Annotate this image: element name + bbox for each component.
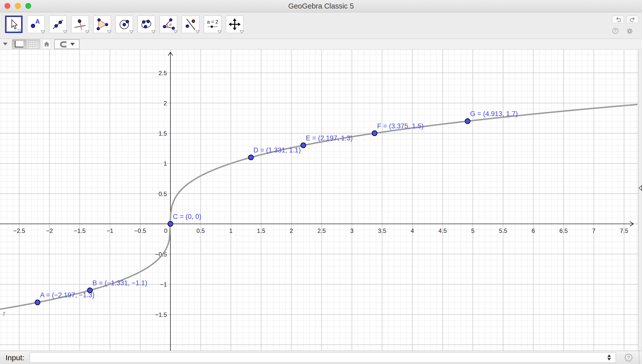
svg-text:2: 2 — [164, 100, 167, 107]
grid-major — [0, 50, 638, 351]
svg-text:5.5: 5.5 — [499, 227, 507, 234]
svg-text:−1: −1 — [160, 281, 167, 288]
undo-icon — [615, 16, 621, 22]
titlebar: GeoGebra Classic 5 — [0, 0, 642, 12]
svg-text:2.5: 2.5 — [159, 70, 167, 76]
tool-dropdown-arrow[interactable] — [18, 29, 22, 32]
svg-text:−1.5: −1.5 — [155, 311, 167, 318]
gear-glyph — [626, 28, 633, 34]
svg-text:4: 4 — [411, 227, 414, 234]
perpendicular-line-tool-button[interactable] — [71, 16, 89, 33]
ellipse-tool-button[interactable] — [138, 16, 155, 33]
svg-text:−2: −2 — [46, 227, 53, 234]
circle-tool-button[interactable] — [115, 16, 133, 33]
svg-text:1.5: 1.5 — [159, 130, 167, 137]
tool-dropdown-arrow[interactable] — [240, 30, 244, 33]
perpendicular-line-icon — [74, 18, 86, 31]
reflect-tool-button[interactable] — [182, 16, 199, 33]
new-point-icon: A — [30, 18, 42, 31]
collapse-sidebar-icon[interactable] — [639, 185, 642, 191]
tool-dropdown-arrow[interactable] — [107, 30, 111, 33]
input-bar: Input: ? — [0, 351, 642, 364]
tool-dropdown-arrow[interactable] — [129, 30, 133, 33]
polygon-tool-button[interactable] — [93, 16, 111, 33]
svg-text:7.5: 7.5 — [620, 227, 628, 234]
point-label-D[interactable]: D = (1.331, 1.1) — [253, 146, 301, 154]
angle-icon: α — [162, 18, 175, 31]
toolbar: A — [0, 12, 642, 39]
help-icon[interactable]: ? — [612, 28, 618, 34]
svg-text:6.5: 6.5 — [559, 227, 568, 234]
svg-text:3: 3 — [350, 227, 353, 234]
svg-text:7: 7 — [592, 227, 595, 234]
redo-icon — [629, 16, 636, 22]
point-label-G[interactable]: G = (4.913, 1.7) — [470, 110, 518, 118]
gear-icon[interactable] — [626, 28, 633, 34]
move-tool-button[interactable] — [5, 16, 23, 33]
point-label-F[interactable]: F = (3.375, 1.5) — [377, 122, 423, 130]
svg-text:−1: −1 — [106, 227, 113, 234]
svg-text:4.5: 4.5 — [438, 227, 447, 234]
point-label-C[interactable]: C = (0, 0) — [173, 213, 201, 220]
window-title: GeoGebra Classic 5 — [0, 0, 642, 12]
curve-label-r[interactable]: r — [3, 309, 6, 317]
grid-minor — [0, 50, 638, 351]
point-D[interactable] — [248, 155, 253, 160]
move-cursor-icon — [8, 18, 20, 31]
input-history-spinner[interactable] — [607, 354, 611, 361]
input-label: Input: — [6, 351, 24, 364]
svg-text:2.5: 2.5 — [317, 227, 326, 234]
snap-to-grid-dropdown[interactable] — [54, 39, 80, 49]
line-tool-button[interactable] — [49, 16, 67, 33]
svg-text:5: 5 — [471, 227, 474, 234]
point-F[interactable] — [372, 131, 377, 136]
tool-dropdown-arrow[interactable] — [173, 30, 177, 33]
svg-text:0: 0 — [164, 227, 167, 234]
tool-dropdown-arrow[interactable] — [196, 30, 200, 33]
undo-button[interactable] — [612, 16, 624, 23]
svg-text:2: 2 — [290, 227, 293, 234]
angle-tool-button[interactable]: α — [160, 16, 177, 33]
tool-dropdown-arrow[interactable] — [63, 30, 67, 33]
tool-buttons: A — [5, 16, 243, 33]
divider — [639, 351, 639, 364]
slider-label: a = 2 — [207, 19, 218, 25]
point-G[interactable] — [465, 119, 470, 124]
redo-button[interactable] — [627, 16, 638, 23]
svg-text:6: 6 — [532, 227, 535, 234]
point-label-B[interactable]: B = (−1.331, −1.1) — [92, 279, 147, 287]
tool-dropdown-arrow[interactable] — [85, 30, 89, 33]
tool-dropdown-arrow[interactable] — [151, 30, 155, 33]
graphics-view[interactable]: −2.5−2−1.5−1−0.500.511.522.533.544.555.5… — [0, 50, 638, 351]
input-field[interactable] — [30, 352, 616, 363]
svg-text:0.5: 0.5 — [159, 191, 167, 197]
svg-text:0.5: 0.5 — [197, 227, 205, 234]
svg-text:1: 1 — [164, 160, 167, 167]
point-C[interactable] — [168, 221, 173, 226]
geogebra-window: GeoGebra Classic 5 A — [0, 0, 642, 364]
axes-icon — [15, 41, 23, 47]
alpha-symbol: α — [169, 22, 172, 27]
axes-toggle-button[interactable] — [12, 40, 26, 49]
grid-toggle-button[interactable] — [26, 40, 40, 49]
tool-dropdown-arrow[interactable] — [41, 30, 45, 33]
home-icon — [44, 41, 50, 47]
point-A[interactable] — [35, 300, 40, 305]
spinner-up-icon — [607, 354, 611, 357]
point-E[interactable] — [301, 143, 306, 148]
point-tool-button[interactable]: A — [27, 16, 45, 33]
slider-icon: a = 2 — [206, 18, 219, 31]
slider-tool-button[interactable]: a = 2 — [204, 16, 221, 33]
ellipse-icon — [140, 18, 153, 31]
home-button[interactable] — [43, 40, 50, 48]
stylebar-caret-icon[interactable] — [3, 43, 8, 45]
point-label-A[interactable]: A = (−2.197, −1.3) — [40, 291, 95, 299]
point-B[interactable] — [87, 288, 92, 293]
polygon-icon — [96, 18, 108, 31]
point-label-E[interactable]: E = (2.197, 1.3) — [306, 134, 353, 142]
input-help-icon[interactable]: ? — [625, 354, 632, 361]
svg-text:A: A — [35, 18, 40, 25]
move-view-tool-button[interactable] — [226, 16, 243, 33]
stylebar — [0, 39, 642, 50]
tool-dropdown-arrow[interactable] — [218, 30, 222, 33]
